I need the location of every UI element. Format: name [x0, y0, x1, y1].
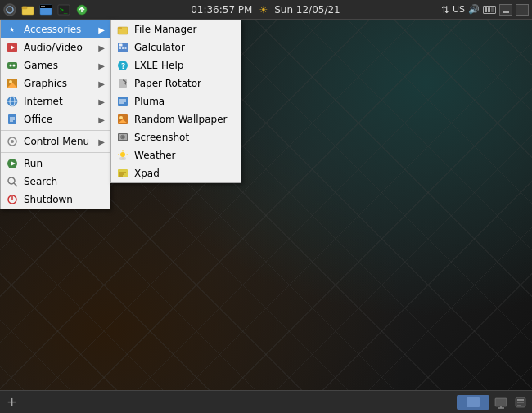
file-manager-taskbar-button[interactable]: [20, 2, 36, 18]
submenu-item-file-manager[interactable]: File Manager: [111, 20, 241, 38]
svg-point-19: [9, 80, 12, 83]
office-icon: [6, 113, 19, 126]
window-maximize[interactable]: [516, 4, 529, 16]
svg-point-32: [8, 177, 15, 184]
date-display: Sun 12/05/21: [274, 4, 340, 16]
svg-rect-74: [517, 405, 521, 406]
menu-item-accessories[interactable]: ★ Accessories ▶: [1, 20, 110, 38]
taskbar-bottom: +: [0, 390, 532, 413]
svg-point-6: [41, 6, 43, 7]
menu-item-internet[interactable]: Internet ▶: [1, 92, 110, 110]
submenu-item-weather[interactable]: Weather: [111, 146, 241, 164]
svg-point-7: [43, 6, 45, 7]
galculator-icon: [116, 41, 129, 54]
submenu-item-galculator[interactable]: Galculator: [111, 38, 241, 56]
pluma-icon: [116, 95, 129, 108]
lxle-logo-button[interactable]: [2, 2, 18, 18]
galculator-label: Galculator: [134, 42, 236, 53]
browser-taskbar-button[interactable]: [38, 2, 54, 18]
desktop: >_ 01:36:57 PM ☀ Sun 12/05/21 ⇅ US 🔊: [0, 0, 532, 413]
screenshot-icon: [116, 131, 129, 144]
tray-icon-1[interactable]: [493, 394, 509, 411]
taskbar-right-area: ⇅ US 🔊: [441, 4, 532, 16]
locale-label: US: [453, 4, 465, 15]
svg-point-16: [10, 65, 12, 67]
svg-rect-64: [118, 169, 128, 177]
svg-rect-68: [495, 398, 507, 406]
terminal-taskbar-button[interactable]: >_: [56, 2, 72, 18]
submenu-item-lxle-help[interactable]: ? LXLE Help: [111, 56, 241, 74]
svg-rect-37: [118, 27, 122, 29]
battery-icon: [483, 6, 496, 14]
add-workspace-button[interactable]: +: [3, 393, 20, 411]
svg-point-58: [120, 152, 125, 157]
menu-item-control[interactable]: Control Menu ▶: [1, 132, 110, 150]
search-label: Search: [24, 176, 105, 187]
submenu-item-pluma[interactable]: Pluma: [111, 92, 241, 110]
xpad-icon: [116, 167, 129, 180]
menu-item-run[interactable]: Run: [1, 155, 110, 173]
internet-arrow: ▶: [98, 97, 105, 106]
submenu-item-screenshot[interactable]: Screenshot: [111, 128, 241, 146]
menu-item-games[interactable]: Games ▶: [1, 56, 110, 74]
shutdown-icon: [6, 193, 19, 206]
games-arrow: ▶: [98, 61, 105, 70]
pager-active-desktop: [467, 397, 480, 407]
control-menu-icon: [6, 135, 19, 148]
control-menu-label: Control Menu: [24, 136, 93, 147]
weather-icon: ☀: [259, 4, 268, 16]
pluma-label: Pluma: [134, 96, 236, 107]
lxle-help-icon: ?: [116, 59, 129, 72]
svg-rect-39: [119, 44, 123, 47]
submenu-item-random-wallpaper[interactable]: Random Wallpaper: [111, 110, 241, 128]
svg-text:>_: >_: [60, 7, 68, 14]
svg-point-0: [4, 4, 16, 16]
audio-video-arrow: ▶: [98, 43, 105, 52]
svg-rect-40: [119, 47, 122, 49]
paper-rotator-label: Paper Rotator: [134, 78, 236, 89]
svg-rect-41: [122, 47, 124, 49]
svg-rect-15: [7, 62, 17, 69]
shutdown-label: Shutdown: [24, 194, 105, 205]
weather-label: Weather: [134, 150, 236, 161]
bottom-right-area: [457, 394, 529, 411]
games-label: Games: [24, 60, 93, 71]
taskbar-top: >_ 01:36:57 PM ☀ Sun 12/05/21 ⇅ US 🔊: [0, 0, 532, 20]
menu-item-search[interactable]: Search: [1, 173, 110, 191]
volume-icon: 🔊: [468, 4, 480, 15]
svg-rect-63: [119, 157, 126, 160]
sub-menu: File Manager Galculator ?: [110, 20, 241, 183]
random-wallpaper-label: Random Wallpaper: [134, 114, 236, 125]
menu-item-audio-video[interactable]: Audio/Video ▶: [1, 38, 110, 56]
menu-item-office[interactable]: Office ▶: [1, 110, 110, 128]
run-label: Run: [24, 158, 105, 169]
desktop-pager[interactable]: [457, 395, 489, 410]
control-menu-arrow: ▶: [98, 137, 105, 146]
window-minimize[interactable]: [499, 4, 512, 16]
submenu-item-xpad[interactable]: Xpad: [111, 164, 241, 182]
update-taskbar-button[interactable]: [74, 2, 90, 18]
accessories-icon: ★: [6, 23, 19, 36]
run-icon: [6, 157, 19, 170]
graphics-label: Graphics: [24, 78, 93, 89]
paper-rotator-icon: [116, 77, 129, 90]
svg-point-57: [122, 136, 124, 138]
xpad-label: Xpad: [134, 168, 236, 179]
taskbar-clock-area: 01:36:57 PM ☀ Sun 12/05/21: [90, 4, 441, 16]
file-manager-icon: [116, 23, 129, 36]
internet-icon: [6, 95, 19, 108]
accessories-label: Accessories: [24, 24, 93, 35]
lxle-logo-icon: [3, 3, 16, 16]
menu-item-shutdown[interactable]: Shutdown: [1, 191, 110, 209]
main-menu: ★ Accessories ▶ Audio/Video ▶: [0, 20, 110, 209]
weather-submenu-icon: [116, 149, 129, 162]
tray-icon-2[interactable]: [512, 394, 529, 411]
menu-item-graphics[interactable]: Graphics ▶: [1, 74, 110, 92]
submenu-item-paper-rotator[interactable]: Paper Rotator: [111, 74, 241, 92]
clock-time: 01:36:57 PM: [191, 4, 252, 16]
audio-video-label: Audio/Video: [24, 42, 93, 53]
svg-rect-3: [22, 7, 27, 9]
svg-text:★: ★: [9, 26, 15, 34]
random-wallpaper-icon: [116, 113, 129, 126]
accessories-arrow: ▶: [98, 25, 105, 34]
